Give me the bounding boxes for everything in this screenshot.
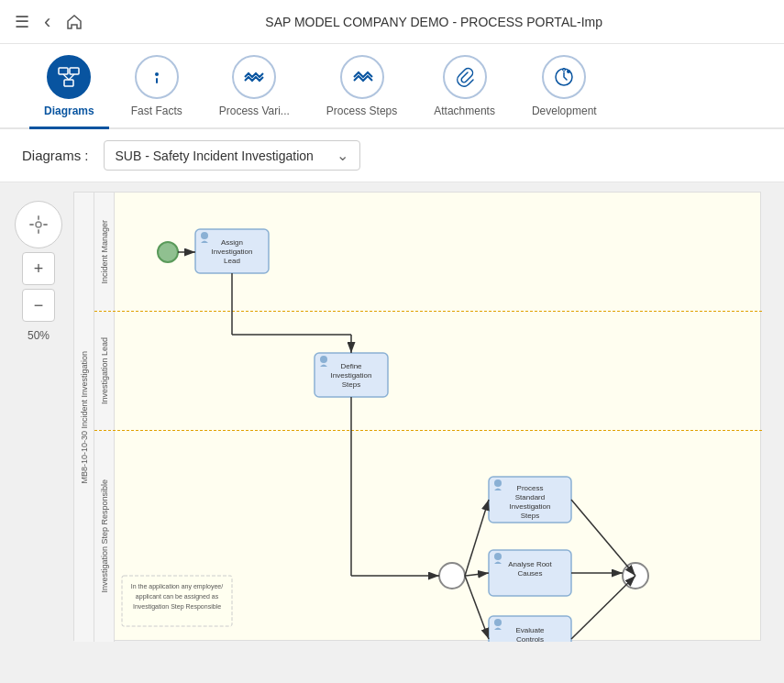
diagrams-icon [47,55,91,99]
tab-process-steps[interactable]: Process Steps [312,44,412,129]
zoom-level: 50% [28,329,50,342]
home-icon[interactable] [65,13,83,31]
tab-diagrams-label: Diagrams [44,105,94,117]
tab-process-steps-label: Process Steps [326,105,397,117]
outer-lane-label: MB8-10-10-30 Incident Investigation [74,193,94,642]
fast-facts-icon [135,55,179,99]
tab-development-label: Development [532,105,597,117]
diagram-selected-value: SUB - Safety Incident Investigation [116,149,314,163]
diagram-label: Diagrams : [22,148,89,163]
attachments-icon [443,55,487,99]
tab-attachments[interactable]: Attachments [419,44,510,129]
map-controls: + − 50% [15,201,62,342]
swimlane-container: MB8-10-10-30 Incident Investigation Inci… [73,192,761,641]
svg-line-4 [69,74,74,80]
tab-fast-facts-label: Fast Facts [131,105,182,117]
pan-control[interactable] [15,201,62,248]
tab-attachments-label: Attachments [434,105,495,117]
page-title: SAP MODEL COMPANY DEMO - PROCESS PORTAL-… [98,15,769,29]
tab-process-variants[interactable]: Process Vari... [204,44,304,129]
svg-point-8 [567,70,570,73]
diagram-dropdown[interactable]: SUB - Safety Incident Investigation ⌄ [104,140,360,171]
tab-diagrams[interactable]: Diagrams [29,44,109,129]
svg-rect-0 [59,68,68,74]
svg-point-5 [155,72,159,76]
tab-development[interactable]: Development [517,44,612,129]
process-steps-icon [340,55,384,99]
svg-rect-6 [156,78,158,83]
lane-incident-manager-label: Incident Manager [94,193,115,311]
svg-rect-1 [64,80,73,86]
svg-point-9 [563,69,566,72]
lane-investigation-step-responsible: Investigation Step Responsible [94,431,762,642]
tab-process-variants-label: Process Vari... [219,105,290,117]
development-icon [542,55,586,99]
lanes-area: Incident Manager Investigation Lead Inve… [94,193,762,642]
canvas-area: + − 50% MB8-10-10-30 Incident Investigat… [0,182,784,683]
top-bar: ☰ ‹ SAP MODEL COMPANY DEMO - PROCESS POR… [0,0,784,44]
svg-point-10 [36,222,41,227]
lane-investigation-step-label: Investigation Step Responsible [94,431,115,642]
lane-incident-manager: Incident Manager [94,193,762,312]
zoom-in-button[interactable]: + [22,252,55,285]
chevron-down-icon: ⌄ [337,147,348,164]
hamburger-icon[interactable]: ☰ [15,12,29,32]
lane-investigation-lead: Investigation Lead [94,312,762,431]
svg-line-2 [63,74,69,80]
back-icon[interactable]: ‹ [44,10,50,34]
tab-bar: Diagrams Fast Facts Process Vari... Proc… [0,44,784,129]
zoom-out-button[interactable]: − [22,289,55,322]
process-variants-icon [232,55,276,99]
svg-rect-3 [70,68,79,74]
diagram-header: Diagrams : SUB - Safety Incident Investi… [0,129,784,182]
tab-fast-facts[interactable]: Fast Facts [116,44,197,129]
lane-investigation-lead-label: Investigation Lead [94,312,115,430]
